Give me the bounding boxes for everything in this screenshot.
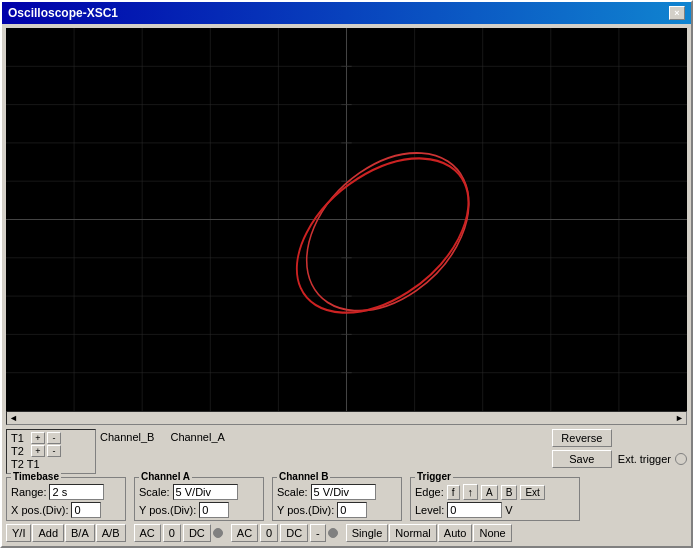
title-bar-buttons: × [669, 6, 685, 20]
ext-trigger-label: Ext. trigger [618, 453, 671, 465]
ext-trigger-area: Ext. trigger [618, 453, 687, 465]
ab-button[interactable]: A/B [96, 524, 126, 542]
t2-label: T2 [11, 445, 29, 457]
channel-b-label: Channel_B [100, 431, 154, 443]
chb-dc-btn[interactable]: DC [280, 524, 308, 542]
channel-b-section: Channel B Scale: Y pos.(Div): [272, 477, 402, 521]
cha-ypos-label: Y pos.(Div): [139, 504, 196, 516]
trigger-f-btn[interactable]: f [447, 485, 460, 500]
trigger-a-btn[interactable]: A [481, 485, 498, 500]
cha-dc-btn[interactable]: DC [183, 524, 211, 542]
ya-button[interactable]: Y/I [6, 524, 31, 542]
v-label: V [505, 504, 512, 516]
t1-label: T1 [11, 432, 29, 444]
cha-zero-btn[interactable]: 0 [163, 524, 181, 542]
cha-ypos-input[interactable] [199, 502, 229, 518]
xpos-input[interactable] [71, 502, 101, 518]
channel-a-title: Channel A [139, 471, 192, 482]
level-input[interactable] [447, 502, 502, 518]
scroll-right-icon[interactable]: ► [675, 413, 684, 423]
trigger-fall-btn[interactable]: ↑ [463, 484, 479, 500]
channel-a-section: Channel A Scale: Y pos.(Div): [134, 477, 264, 521]
chb-ypos-label: Y pos.(Div): [277, 504, 334, 516]
ext-trigger-radio[interactable] [675, 453, 687, 465]
timebase-title: Timebase [11, 471, 61, 482]
trigger-title: Trigger [415, 471, 453, 482]
window-title: Oscilloscope-XSC1 [8, 6, 118, 20]
close-button[interactable]: × [669, 6, 685, 20]
cha-scale-input[interactable] [173, 484, 238, 500]
chb-indicator [328, 528, 338, 538]
timebase-mode-buttons: Y/I Add B/A A/B [6, 524, 126, 542]
oscilloscope-screen [6, 28, 687, 411]
controls-row3: Y/I Add B/A A/B AC 0 DC AC 0 DC - [6, 524, 687, 542]
trigger-b-btn[interactable]: B [501, 485, 518, 500]
range-label: Range: [11, 486, 46, 498]
reverse-button[interactable]: Reverse [552, 429, 612, 447]
level-label: Level: [415, 504, 444, 516]
chb-scale-input[interactable] [311, 484, 376, 500]
chb-dash-btn[interactable]: - [310, 524, 326, 542]
time-markers-panel: T1 + - T2 + - T2 T1 [6, 429, 96, 474]
t1-plus-btn[interactable]: + [31, 432, 45, 444]
t2-minus-btn[interactable]: - [47, 445, 61, 457]
controls-row1: T1 + - T2 + - T2 T1 Channel_B Channel_A … [6, 429, 687, 474]
ba-button[interactable]: B/A [65, 524, 95, 542]
t2t1-label: T2 T1 [11, 458, 40, 470]
auto-btn[interactable]: Auto [438, 524, 473, 542]
t1-minus-btn[interactable]: - [47, 432, 61, 444]
reverse-save-area: Reverse Save Ext. trigger [552, 429, 687, 468]
chb-ypos-input[interactable] [337, 502, 367, 518]
t2-plus-btn[interactable]: + [31, 445, 45, 457]
timebase-section: Timebase Range: X pos.(Div): [6, 477, 126, 521]
channel-b-title: Channel B [277, 471, 330, 482]
channel-a-label: Channel_A [170, 431, 224, 443]
chb-acdc-buttons: AC 0 DC - [231, 524, 338, 542]
edge-label: Edge: [415, 486, 444, 498]
cha-ac-btn[interactable]: AC [134, 524, 161, 542]
normal-btn[interactable]: Normal [389, 524, 436, 542]
controls-row2: Timebase Range: X pos.(Div): Channel A [6, 477, 687, 521]
chb-zero-btn[interactable]: 0 [260, 524, 278, 542]
cha-indicator [213, 528, 223, 538]
add-button[interactable]: Add [32, 524, 64, 542]
cha-acdc-buttons: AC 0 DC [134, 524, 223, 542]
scrollbar-horizontal[interactable]: ◄ ► [6, 411, 687, 425]
save-button[interactable]: Save [552, 450, 612, 468]
none-btn[interactable]: None [473, 524, 511, 542]
trigger-mode-buttons: Single Normal Auto None [346, 524, 512, 542]
oscilloscope-window: Oscilloscope-XSC1 × [0, 0, 693, 548]
chb-ac-btn[interactable]: AC [231, 524, 258, 542]
controls-area: T1 + - T2 + - T2 T1 Channel_B Channel_A … [2, 425, 691, 546]
cha-scale-label: Scale: [139, 486, 170, 498]
scroll-left-icon[interactable]: ◄ [9, 413, 18, 423]
title-bar: Oscilloscope-XSC1 × [2, 2, 691, 24]
xpos-label: X pos.(Div): [11, 504, 68, 516]
range-input[interactable] [49, 484, 104, 500]
single-btn[interactable]: Single [346, 524, 389, 542]
trigger-ext-btn[interactable]: Ext [520, 485, 544, 500]
trigger-section: Trigger Edge: f ↑ A B Ext Level: V [410, 477, 580, 521]
grid-canvas [6, 28, 687, 411]
chb-scale-label: Scale: [277, 486, 308, 498]
channel-labels: Channel_B Channel_A [100, 429, 548, 443]
